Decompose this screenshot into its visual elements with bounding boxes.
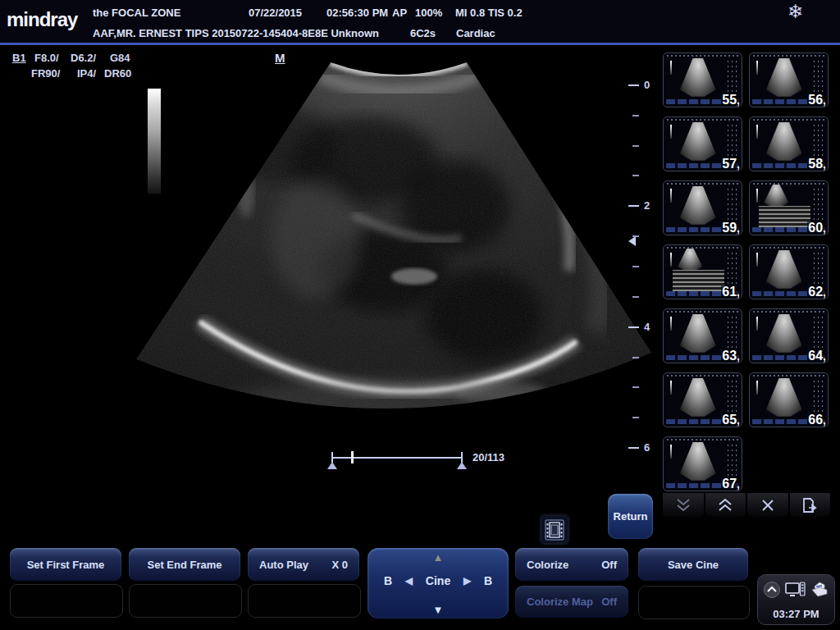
thumb-control-grid xyxy=(812,379,826,416)
thumbnail-toolbar xyxy=(663,493,830,517)
thumb-number: 60, xyxy=(807,221,827,235)
thumb-control-grid xyxy=(812,315,826,352)
thumbnail-57[interactable]: 57, xyxy=(663,116,742,171)
ultrasound-screen: mindray the FOCAL ZONE 07/22/2015 02:56:… xyxy=(0,0,840,630)
network-computer-icon[interactable] xyxy=(785,581,806,599)
thumb-grayscale-bar xyxy=(670,125,672,139)
empty-softkey-4 xyxy=(638,586,750,619)
thumb-number: 64, xyxy=(807,349,827,363)
return-button[interactable]: Return xyxy=(608,494,653,539)
thumb-ultrasound-image xyxy=(766,378,802,417)
auto-play-value: X 0 xyxy=(331,559,348,571)
thumb-ultrasound-image xyxy=(680,378,716,417)
slider-current-frame-handle[interactable] xyxy=(351,451,354,463)
thumbnail-66[interactable]: 66, xyxy=(749,372,829,427)
thumb-control-grid xyxy=(726,123,740,160)
thumb-ultrasound-image xyxy=(766,122,802,161)
thumb-ultrasound-image xyxy=(680,442,716,481)
system-tray: 03:27 PM xyxy=(757,574,835,625)
cine-right-mode-label: B xyxy=(484,574,492,587)
thumbnail-page-down-button[interactable] xyxy=(663,493,704,517)
thumb-grayscale-bar xyxy=(756,189,758,203)
thumb-header-text xyxy=(667,183,738,185)
set-first-frame-button[interactable]: Set First Frame xyxy=(10,548,121,581)
thumb-ultrasound-image xyxy=(766,314,802,353)
thumb-ultrasound-image xyxy=(680,314,716,353)
save-cine-button[interactable]: Save Cine xyxy=(638,548,748,581)
thumbnail-61[interactable]: 61, xyxy=(663,244,742,299)
thumb-control-grid xyxy=(812,59,826,96)
cine-up-arrow[interactable]: ▲ xyxy=(368,551,509,564)
thumb-grayscale-bar xyxy=(670,445,672,459)
thumb-control-grid xyxy=(726,59,740,96)
thumbnail-63[interactable]: 63, xyxy=(663,308,742,363)
thumb-control-grid xyxy=(812,251,826,288)
thumb-control-grid xyxy=(812,187,826,224)
empty-softkey-3 xyxy=(248,584,361,618)
cine-frame-counter: 20/113 xyxy=(472,451,504,463)
colorize-button[interactable]: Colorize Off xyxy=(515,548,628,581)
thumb-number: 66, xyxy=(807,413,827,427)
printer-icon[interactable] xyxy=(810,580,829,599)
thumbnail-56[interactable]: 56, xyxy=(749,52,829,107)
colorize-map-button: Colorize Map Off xyxy=(515,586,628,618)
thumbnail-55[interactable]: 55, xyxy=(663,52,742,107)
thumb-header-text xyxy=(753,183,824,185)
thumbnail-64[interactable]: 64, xyxy=(749,308,829,363)
thumb-header-text xyxy=(667,247,738,249)
thumbnail-page-up-button[interactable] xyxy=(705,493,746,517)
tray-clock: 03:27 PM xyxy=(758,608,834,620)
expand-tray-icon[interactable] xyxy=(763,581,781,599)
thumb-header-text xyxy=(667,55,738,57)
thumb-header-text xyxy=(753,311,824,313)
thumb-control-grid xyxy=(726,187,740,224)
cine-next-arrow[interactable]: ▶ xyxy=(463,575,471,587)
thumb-number: 57, xyxy=(721,158,741,171)
thumb-header-text xyxy=(667,375,738,377)
thumb-grayscale-bar xyxy=(670,317,672,331)
depth-ruler: 0 2 4 6 xyxy=(625,78,661,463)
depth-label-4: 4 xyxy=(644,321,650,333)
thumbnail-58[interactable]: 58, xyxy=(749,116,829,171)
thumb-ultrasound-image xyxy=(764,185,788,207)
thumb-number: 58, xyxy=(807,158,827,171)
thumbnail-67[interactable]: 67, xyxy=(663,436,742,491)
auto-play-button[interactable]: Auto Play X 0 xyxy=(248,548,359,581)
thumb-control-grid xyxy=(726,443,740,480)
empty-softkey-1 xyxy=(10,584,123,618)
thumb-ultrasound-image xyxy=(766,250,802,289)
set-end-frame-button[interactable]: Set End Frame xyxy=(129,548,240,581)
depth-label-6: 6 xyxy=(644,441,650,454)
empty-softkey-2 xyxy=(129,584,242,618)
clip-thumbnail-panel: 55, 56, 57, 58, xyxy=(663,52,830,491)
thumbnail-59[interactable]: 59, xyxy=(663,180,742,235)
thumb-number: 63, xyxy=(721,349,741,363)
cine-film-icon xyxy=(541,516,568,543)
colorize-map-value: Off xyxy=(601,596,617,608)
thumb-header-text xyxy=(667,311,738,313)
thumb-number: 56, xyxy=(807,94,827,107)
thumb-control-grid xyxy=(726,315,740,352)
thumb-number: 55, xyxy=(721,94,741,107)
thumb-grayscale-bar xyxy=(756,125,758,139)
thumb-grayscale-bar xyxy=(670,381,672,395)
cine-prev-arrow[interactable]: ◀ xyxy=(405,575,413,587)
colorize-map-label: Colorize Map xyxy=(527,596,593,608)
thumbnail-65[interactable]: 65, xyxy=(663,372,742,427)
thumb-grayscale-bar xyxy=(670,189,672,203)
thumbnail-export-button[interactable] xyxy=(790,493,831,517)
slider-first-frame-marker[interactable] xyxy=(327,462,337,469)
thumbnail-delete-button[interactable] xyxy=(747,493,788,517)
thumb-grayscale-bar xyxy=(670,253,672,267)
thumb-ultrasound-image xyxy=(678,249,702,271)
cine-down-arrow[interactable]: ▼ xyxy=(368,604,509,616)
thumb-mmode-trace xyxy=(759,206,810,227)
thumbnail-60[interactable]: 60, xyxy=(749,180,829,235)
thumb-grayscale-bar xyxy=(756,317,758,331)
cine-progress-slider[interactable]: 20/113 xyxy=(326,448,515,472)
depth-label-2: 2 xyxy=(644,199,650,212)
cine-navigation-pad[interactable]: ▲ B ◀ Cine ▶ B ▼ xyxy=(368,548,509,619)
thumb-number: 65, xyxy=(721,413,741,427)
thumbnail-62[interactable]: 62, xyxy=(749,244,829,299)
slider-last-frame-marker[interactable] xyxy=(457,462,467,469)
